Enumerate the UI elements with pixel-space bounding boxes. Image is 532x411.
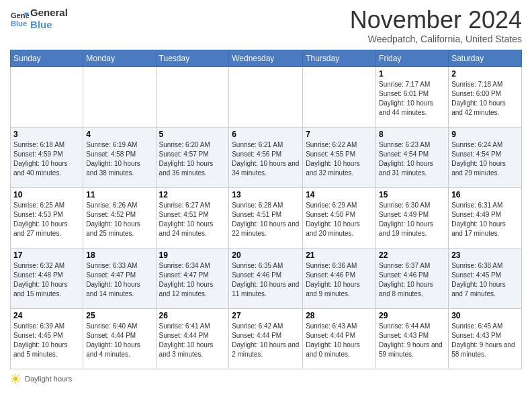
day-number: 27 — [232, 311, 300, 320]
day-info: Sunrise: 6:34 AMSunset: 4:47 PMDaylight:… — [159, 261, 226, 299]
day-number: 28 — [306, 311, 373, 320]
calendar-cell-week4-day5: 29Sunrise: 6:44 AMSunset: 4:43 PMDayligh… — [376, 308, 449, 369]
day-number: 15 — [379, 190, 445, 199]
day-number: 29 — [379, 311, 445, 320]
day-info: Sunrise: 6:18 AMSunset: 4:59 PMDaylight:… — [13, 140, 80, 178]
day-header-wednesday: Wednesday — [229, 50, 303, 66]
day-info: Sunrise: 6:28 AMSunset: 4:51 PMDaylight:… — [232, 201, 300, 238]
calendar-cell-week2-day4: 14Sunrise: 6:29 AMSunset: 4:50 PMDayligh… — [303, 187, 376, 248]
calendar-cell-week3-day2: 19Sunrise: 6:34 AMSunset: 4:47 PMDayligh… — [156, 248, 229, 308]
calendar-cell-week1-day4: 7Sunrise: 6:22 AMSunset: 4:55 PMDaylight… — [303, 127, 376, 187]
calendar-cell-week3-day5: 22Sunrise: 6:37 AMSunset: 4:46 PMDayligh… — [376, 248, 449, 308]
day-info: Sunrise: 6:30 AMSunset: 4:49 PMDaylight:… — [379, 201, 445, 238]
day-number: 18 — [86, 250, 152, 260]
day-info: Sunrise: 6:38 AMSunset: 4:45 PMDaylight:… — [451, 261, 519, 299]
day-number: 8 — [379, 130, 445, 139]
day-number: 1 — [379, 69, 445, 79]
calendar-cell-week2-day6: 16Sunrise: 6:31 AMSunset: 4:49 PMDayligh… — [449, 187, 522, 248]
calendar-cell-week1-day2: 5Sunrise: 6:20 AMSunset: 4:57 PMDaylight… — [156, 127, 229, 187]
day-info: Sunrise: 7:18 AMSunset: 6:00 PMDaylight:… — [451, 80, 519, 118]
day-info: Sunrise: 6:39 AMSunset: 4:45 PMDaylight:… — [13, 322, 80, 359]
day-number: 26 — [159, 311, 226, 320]
calendar-cell-week2-day0: 10Sunrise: 6:25 AMSunset: 4:53 PMDayligh… — [11, 187, 83, 248]
calendar-cell-week4-day6: 30Sunrise: 6:45 AMSunset: 4:43 PMDayligh… — [449, 308, 522, 369]
footer-note-text: Daylight hours — [25, 375, 72, 383]
calendar-cell-week0-day5: 1Sunrise: 7:17 AMSunset: 6:01 PMDaylight… — [376, 66, 449, 127]
calendar-cell-week0-day2 — [156, 66, 229, 127]
day-header-thursday: Thursday — [303, 50, 376, 66]
calendar-cell-week3-day6: 23Sunrise: 6:38 AMSunset: 4:45 PMDayligh… — [449, 248, 522, 308]
day-header-sunday: Sunday — [11, 50, 83, 66]
calendar-cell-week0-day4 — [303, 66, 376, 127]
calendar-cell-week3-day0: 17Sunrise: 6:32 AMSunset: 4:48 PMDayligh… — [11, 248, 83, 308]
day-number: 20 — [232, 250, 300, 260]
header: General Blue General Blue November 2024 … — [10, 7, 522, 44]
day-number: 12 — [159, 190, 226, 199]
day-number: 4 — [86, 130, 152, 139]
day-info: Sunrise: 6:41 AMSunset: 4:44 PMDaylight:… — [159, 322, 226, 359]
svg-line-11 — [12, 381, 13, 382]
footer-note: Daylight hours — [10, 373, 522, 384]
day-number: 17 — [13, 250, 80, 260]
day-header-saturday: Saturday — [449, 50, 522, 66]
svg-line-9 — [18, 381, 19, 382]
day-number: 13 — [232, 190, 300, 199]
day-info: Sunrise: 6:27 AMSunset: 4:51 PMDaylight:… — [159, 201, 226, 238]
calendar-cell-week4-day1: 25Sunrise: 6:40 AMSunset: 4:44 PMDayligh… — [83, 308, 156, 369]
calendar-cell-week3-day1: 18Sunrise: 6:33 AMSunset: 4:47 PMDayligh… — [83, 248, 156, 308]
day-number: 22 — [379, 250, 445, 260]
day-number: 16 — [451, 190, 519, 199]
sun-icon — [10, 373, 21, 384]
calendar-cell-week2-day1: 11Sunrise: 6:26 AMSunset: 4:52 PMDayligh… — [83, 187, 156, 248]
day-number: 5 — [159, 130, 226, 139]
day-info: Sunrise: 6:32 AMSunset: 4:48 PMDaylight:… — [13, 261, 80, 299]
logo-text: General Blue — [30, 7, 68, 31]
day-number: 30 — [451, 311, 519, 320]
calendar-cell-week2-day5: 15Sunrise: 6:30 AMSunset: 4:49 PMDayligh… — [376, 187, 449, 248]
day-number: 7 — [306, 130, 373, 139]
day-info: Sunrise: 6:31 AMSunset: 4:49 PMDaylight:… — [451, 201, 519, 238]
day-info: Sunrise: 6:35 AMSunset: 4:46 PMDaylight:… — [232, 261, 300, 299]
calendar-cell-week4-day4: 28Sunrise: 6:43 AMSunset: 4:44 PMDayligh… — [303, 308, 376, 369]
logo-icon: General Blue — [10, 9, 29, 28]
calendar-cell-week4-day0: 24Sunrise: 6:39 AMSunset: 4:45 PMDayligh… — [11, 308, 83, 369]
calendar-cell-week3-day3: 20Sunrise: 6:35 AMSunset: 4:46 PMDayligh… — [229, 248, 303, 308]
calendar-cell-week2-day3: 13Sunrise: 6:28 AMSunset: 4:51 PMDayligh… — [229, 187, 303, 248]
calendar-cell-week1-day0: 3Sunrise: 6:18 AMSunset: 4:59 PMDaylight… — [11, 127, 83, 187]
day-info: Sunrise: 6:20 AMSunset: 4:57 PMDaylight:… — [159, 140, 226, 178]
title-area: November 2024 Weedpatch, California, Uni… — [350, 7, 522, 44]
day-info: Sunrise: 6:40 AMSunset: 4:44 PMDaylight:… — [86, 322, 152, 359]
day-info: Sunrise: 6:21 AMSunset: 4:56 PMDaylight:… — [232, 140, 300, 178]
day-info: Sunrise: 6:24 AMSunset: 4:54 PMDaylight:… — [451, 140, 519, 178]
subtitle: Weedpatch, California, United States — [350, 34, 522, 44]
day-info: Sunrise: 6:44 AMSunset: 4:43 PMDaylight:… — [379, 322, 445, 359]
day-number: 3 — [13, 130, 80, 139]
calendar-cell-week0-day1 — [83, 66, 156, 127]
day-number: 2 — [451, 69, 519, 79]
calendar-cell-week1-day5: 8Sunrise: 6:23 AMSunset: 4:54 PMDaylight… — [376, 127, 449, 187]
day-info: Sunrise: 6:26 AMSunset: 4:52 PMDaylight:… — [86, 201, 152, 238]
day-number: 11 — [86, 190, 152, 199]
day-number: 10 — [13, 190, 80, 199]
calendar-cell-week3-day4: 21Sunrise: 6:36 AMSunset: 4:46 PMDayligh… — [303, 248, 376, 308]
day-number: 23 — [451, 250, 519, 260]
day-info: Sunrise: 6:45 AMSunset: 4:43 PMDaylight:… — [451, 322, 519, 359]
calendar-cell-week4-day3: 27Sunrise: 6:42 AMSunset: 4:44 PMDayligh… — [229, 308, 303, 369]
calendar: SundayMondayTuesdayWednesdayThursdayFrid… — [10, 50, 522, 369]
calendar-cell-week1-day6: 9Sunrise: 6:24 AMSunset: 4:54 PMDaylight… — [449, 127, 522, 187]
day-info: Sunrise: 6:36 AMSunset: 4:46 PMDaylight:… — [306, 261, 373, 299]
logo: General Blue General Blue — [10, 7, 68, 31]
day-number: 6 — [232, 130, 300, 139]
svg-line-8 — [12, 375, 13, 376]
calendar-cell-week0-day0 — [11, 66, 83, 127]
day-number: 19 — [159, 250, 226, 260]
day-info: Sunrise: 6:23 AMSunset: 4:54 PMDaylight:… — [379, 140, 445, 178]
day-number: 24 — [13, 311, 80, 320]
day-info: Sunrise: 6:42 AMSunset: 4:44 PMDaylight:… — [232, 322, 300, 359]
day-header-friday: Friday — [376, 50, 449, 66]
calendar-cell-week0-day3 — [229, 66, 303, 127]
calendar-cell-week2-day2: 12Sunrise: 6:27 AMSunset: 4:51 PMDayligh… — [156, 187, 229, 248]
day-info: Sunrise: 6:43 AMSunset: 4:44 PMDaylight:… — [306, 322, 373, 359]
svg-point-3 — [13, 376, 18, 381]
calendar-cell-week4-day2: 26Sunrise: 6:41 AMSunset: 4:44 PMDayligh… — [156, 308, 229, 369]
